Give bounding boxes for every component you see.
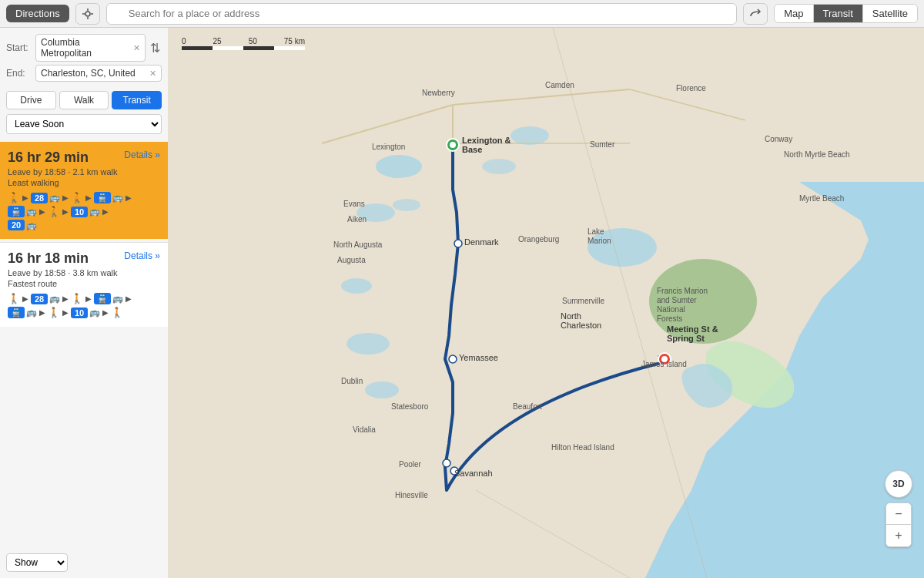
arrow-1: ▶ — [22, 193, 28, 202]
savannah-label: Savannah — [454, 469, 493, 478]
svg-point-12 — [365, 381, 399, 398]
directions-button[interactable]: Directions — [6, 5, 69, 22]
arrow-14: ▶ — [102, 308, 109, 317]
walk-icon-1: 🚶 — [8, 192, 20, 203]
francis-marion-label2: and Sumter — [657, 296, 697, 304]
svg-point-11 — [346, 333, 390, 355]
dublin-label: Dublin — [341, 377, 363, 385]
route-1-details-link[interactable]: Details » — [124, 150, 160, 160]
bus-badge-10-2: 10 — [71, 307, 88, 318]
bus-badge-20: 20 — [8, 220, 25, 230]
arrow-2: ▶ — [62, 193, 69, 202]
camden-label: Camden — [545, 81, 574, 89]
svg-point-15 — [511, 126, 549, 145]
lake-marion-label: Lake — [588, 227, 604, 236]
beaufort-label: Beaufort — [513, 402, 542, 411]
3d-button[interactable]: 3D — [885, 470, 912, 498]
map-view-transit-button[interactable]: Transit — [814, 5, 863, 22]
arrow-7: ▶ — [102, 207, 109, 216]
scale-75: 75 km — [284, 37, 305, 45]
train-badge-3: 🚆 — [94, 293, 111, 304]
florence-label: Florence — [676, 84, 706, 92]
start-label: Start: — [6, 42, 32, 53]
transit-mode-button[interactable]: Transit — [112, 91, 162, 109]
show-select-wrapper: Show — [0, 547, 168, 578]
aiken-label: Aiken — [347, 215, 367, 223]
bus-icon-7: 🚌 — [112, 294, 123, 304]
end-label: End: — [6, 68, 32, 79]
search-input[interactable] — [106, 3, 737, 25]
start-input[interactable]: Columbia Metropolitan ✕ — [35, 34, 146, 62]
route-2-tag: Fastest route — [8, 279, 160, 288]
arrow-5: ▶ — [39, 207, 45, 216]
zoom-out-button[interactable]: − — [886, 503, 911, 525]
bus-icon-9: 🚌 — [89, 307, 100, 318]
summerville-label: Summerville — [562, 297, 604, 305]
map-controls: 3D − + — [885, 470, 912, 547]
meeting-st-label: Meeting St & — [667, 324, 718, 334]
bus-icon-2: 🚌 — [112, 193, 123, 203]
north-myrtle-label: North Myrtle Beach — [784, 150, 850, 159]
train-badge-4: 🚆 — [8, 307, 25, 318]
denmark-label: Denmark — [464, 237, 499, 247]
map-svg: Lexington & Base Denmark Yemassee Savann… — [168, 28, 924, 578]
show-select[interactable]: Show — [6, 553, 68, 572]
start-clear-button[interactable]: ✕ — [133, 43, 140, 53]
arrow-12: ▶ — [39, 308, 45, 317]
share-button[interactable] — [743, 3, 768, 25]
sidebar: Start: Columbia Metropolitan ✕ ⇅ End: Ch… — [0, 28, 168, 578]
north-charleston-label2: Charleston — [561, 321, 601, 330]
route-option-1[interactable]: 16 hr 29 min Details » Leave by 18:58 · … — [0, 142, 168, 239]
locate-button[interactable] — [75, 3, 100, 25]
svg-point-8 — [376, 155, 422, 178]
arrow-4: ▶ — [126, 193, 132, 202]
walk-mode-button[interactable]: Walk — [59, 91, 109, 109]
lexington-label: Lexington — [372, 143, 405, 151]
route-2-steps-2: 🚆 🚌 ▶ 🚶 ▶ 10 🚌 ▶ 🚶 — [8, 307, 160, 318]
evans-label: Evans — [343, 200, 365, 208]
route-option-2[interactable]: 16 hr 18 min Details » Leave by 18:58 · … — [0, 242, 168, 327]
swap-button[interactable]: ⇅ — [149, 41, 162, 55]
end-row: End: Charleston, SC, United ✕ — [6, 65, 162, 82]
myrtle-beach-label: Myrtle Beach — [799, 194, 844, 203]
bus-badge-28-2: 28 — [31, 294, 48, 304]
francis-marion-label3: National — [657, 305, 685, 314]
svg-point-0 — [85, 12, 90, 16]
map-view-map-button[interactable]: Map — [775, 5, 813, 22]
map-area[interactable]: Lexington & Base Denmark Yemassee Savann… — [168, 28, 924, 578]
route-1-time: 16 hr 29 min — [8, 150, 89, 166]
james-island-label: James Island — [641, 360, 687, 368]
route-inputs: Start: Columbia Metropolitan ✕ ⇅ End: Ch… — [0, 28, 168, 88]
main-content: Start: Columbia Metropolitan ✕ ⇅ End: Ch… — [0, 28, 924, 578]
svg-point-28 — [449, 355, 457, 363]
end-input[interactable]: Charleston, SC, United ✕ — [35, 65, 162, 82]
orangeburg-label: Orangeburg — [518, 235, 559, 244]
bus-icon-6: 🚌 — [49, 294, 60, 304]
zoom-in-button[interactable]: + — [886, 525, 911, 546]
route-1-header: 16 hr 29 min Details » — [8, 150, 160, 166]
end-clear-button[interactable]: ✕ — [149, 69, 156, 79]
route-2-details-link[interactable]: Details » — [124, 250, 160, 261]
statesboro-label: Statesboro — [391, 402, 429, 411]
route-1-tag: Least walking — [8, 178, 160, 187]
3d-label: 3D — [892, 479, 904, 489]
drive-mode-button[interactable]: Drive — [6, 91, 56, 109]
route-1-steps-3: 20 🚌 — [8, 220, 160, 230]
start-row: Start: Columbia Metropolitan ✕ ⇅ — [6, 34, 162, 62]
bus-icon-4: 🚌 — [89, 207, 100, 217]
walk-icon-5: 🚶 — [71, 293, 83, 304]
arrow-13: ▶ — [62, 308, 69, 317]
lexington-base-label2: Base — [462, 145, 482, 154]
map-view-satellite-button[interactable]: Satellite — [863, 5, 917, 22]
mode-buttons: Drive Walk Transit — [0, 88, 168, 113]
toolbar: Directions 🔍 Map Transit Satellite — [0, 0, 924, 28]
sumter-label: Sumter — [590, 140, 615, 149]
route-1-steps-2: 🚆 🚌 ▶ 🚶 ▶ 10 🚌 ▶ — [8, 206, 160, 217]
route-2-time: 16 hr 18 min — [8, 250, 89, 267]
leave-soon-select[interactable]: Leave Soon — [6, 114, 162, 134]
svg-point-29 — [443, 459, 450, 467]
scale-line — [182, 46, 305, 50]
svg-point-10 — [341, 278, 372, 294]
start-value: Columbia Metropolitan — [41, 37, 133, 59]
share-icon — [750, 8, 761, 19]
